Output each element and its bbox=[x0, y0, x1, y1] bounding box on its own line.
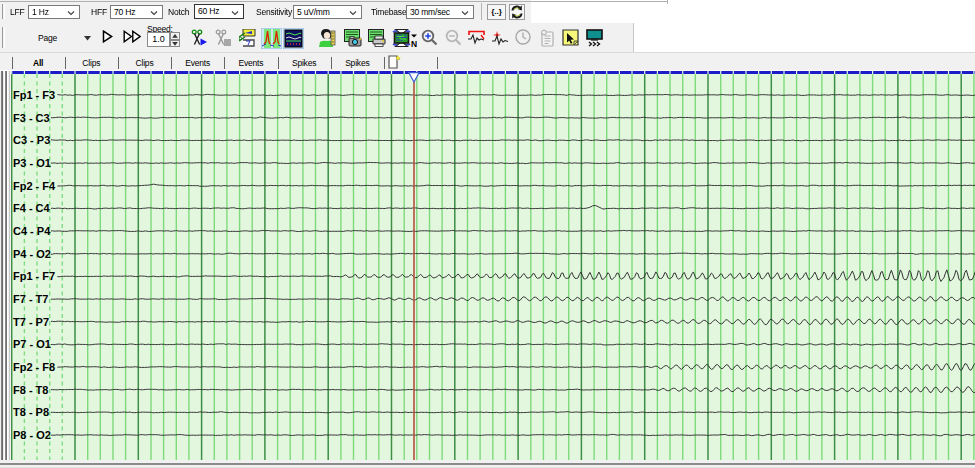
svg-text:C3 - P3: C3 - P3 bbox=[13, 134, 50, 146]
svg-text:C4 - P4: C4 - P4 bbox=[13, 225, 51, 237]
svg-text:N: N bbox=[411, 39, 417, 47]
svg-text:Fp2 - F4: Fp2 - F4 bbox=[13, 180, 56, 192]
svg-text:T8 - P8: T8 - P8 bbox=[13, 406, 49, 418]
svg-text:Fp1 - F7: Fp1 - F7 bbox=[13, 270, 55, 282]
svg-text:F3 - C3: F3 - C3 bbox=[13, 112, 50, 124]
svg-text:P3 - O1: P3 - O1 bbox=[13, 157, 51, 169]
svg-text:Fp2 - F8: Fp2 - F8 bbox=[13, 361, 55, 373]
svg-text:P7 - O1: P7 - O1 bbox=[13, 338, 51, 350]
svg-text:T7 - P7: T7 - P7 bbox=[13, 316, 49, 328]
svg-text:P4 - O2: P4 - O2 bbox=[13, 248, 51, 260]
svg-text:F7 - T7: F7 - T7 bbox=[13, 293, 48, 305]
svg-text:F8 - T8: F8 - T8 bbox=[13, 384, 48, 396]
svg-text:Fp1 - F3: Fp1 - F3 bbox=[13, 89, 55, 101]
svg-text:P8 - O2: P8 - O2 bbox=[13, 429, 51, 441]
svg-text:F4 - C4: F4 - C4 bbox=[13, 202, 51, 214]
